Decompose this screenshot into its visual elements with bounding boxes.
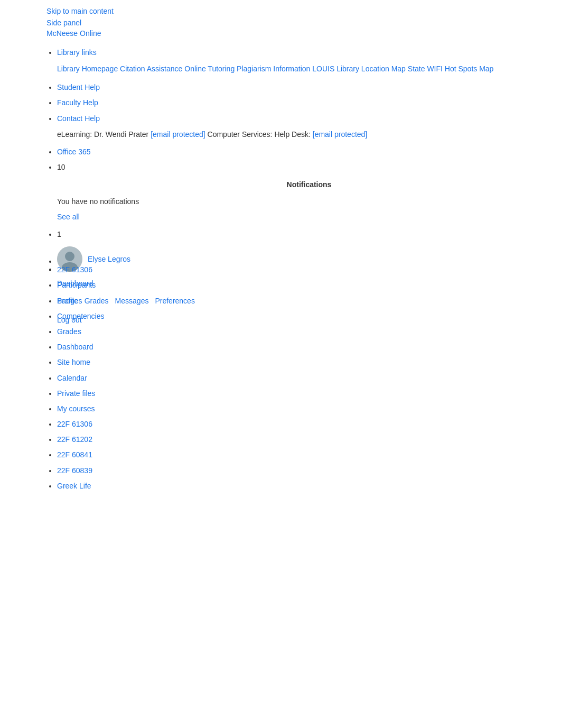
- user-name-link[interactable]: Elyse Legros: [88, 253, 130, 266]
- notifications-see-all-link[interactable]: See all: [57, 213, 80, 221]
- bullet-number: 10: [57, 163, 66, 171]
- user-avatar-row: Elyse Legros: [57, 246, 561, 272]
- nav-course-link-4[interactable]: Greek Life: [57, 482, 91, 490]
- course-grades-link[interactable]: Grades: [57, 327, 81, 336]
- user-block: Elyse Legros Dashboard Profile Grades Me…: [57, 246, 561, 327]
- messages-link[interactable]: Messages: [115, 294, 149, 308]
- faculty-help-link[interactable]: Faculty Help: [57, 98, 98, 107]
- library-link-5[interactable]: State WIFI Hot Spots Map: [408, 64, 494, 73]
- skip-main-link[interactable]: Skip to main content: [46, 5, 561, 17]
- bullet-empty: Elyse Legros Dashboard Profile Grades Me…: [57, 246, 561, 253]
- competencies-link[interactable]: Competencies: [57, 312, 105, 320]
- notifications-title: Notifications: [57, 178, 561, 191]
- course-code-link[interactable]: 22F 61306: [57, 265, 92, 274]
- dashboard-nav-link[interactable]: Dashboard: [57, 343, 94, 351]
- logout-link[interactable]: Log out: [57, 314, 561, 327]
- user-actions: Profile Grades Messages Preferences: [57, 294, 561, 308]
- library-link-0[interactable]: Library Homepage: [57, 64, 118, 73]
- cs-email-link[interactable]: [email protected]: [313, 130, 368, 139]
- notifications-block: Notifications You have no notifications …: [57, 178, 561, 224]
- contact-block: eLearning: Dr. Wendi Prater [email prote…: [57, 128, 561, 140]
- nav-course-link-2[interactable]: 22F 60841: [57, 450, 92, 459]
- library-link-4[interactable]: LOUIS Library Location Map: [312, 64, 406, 73]
- notifications-empty-text: You have no notifications: [57, 195, 561, 208]
- participants-link[interactable]: Participants: [57, 281, 96, 289]
- student-help-link[interactable]: Student Help: [57, 83, 100, 91]
- preferences-link[interactable]: Preferences: [155, 294, 194, 308]
- site-home-link[interactable]: Site home: [57, 358, 90, 366]
- skip-side-link[interactable]: Side panel: [46, 17, 561, 29]
- nav-course-link-1[interactable]: 22F 61202: [57, 435, 92, 444]
- nav-course-link-3[interactable]: 22F 60839: [57, 466, 92, 475]
- user-dashboard-link[interactable]: Dashboard: [57, 277, 561, 290]
- private-files-link[interactable]: Private files: [57, 389, 95, 398]
- badges-link[interactable]: Badges: [57, 297, 82, 305]
- elearning-email-link[interactable]: [email protected]: [151, 130, 205, 139]
- grades-link[interactable]: Grades: [85, 294, 109, 308]
- contact-help-link[interactable]: Contact Help: [57, 114, 100, 123]
- library-link-3[interactable]: Plagiarism Information: [237, 64, 310, 73]
- office365-link[interactable]: Office 365: [57, 148, 91, 156]
- library-link-1[interactable]: Citation Assistance: [120, 64, 182, 73]
- nav-course-link-0[interactable]: 22F 61306: [57, 420, 92, 428]
- bullet-one: 1: [57, 230, 61, 238]
- site-title-link[interactable]: McNeese Online: [46, 29, 101, 38]
- calendar-link[interactable]: Calendar: [57, 374, 87, 382]
- svg-point-1: [65, 252, 74, 261]
- library-link-2[interactable]: Online Tutoring: [184, 64, 235, 73]
- my-courses-link[interactable]: My courses: [57, 404, 95, 413]
- library-links-block: Library Homepage Citation Assistance Onl…: [57, 62, 561, 76]
- library-links-item[interactable]: Library links: [57, 48, 97, 57]
